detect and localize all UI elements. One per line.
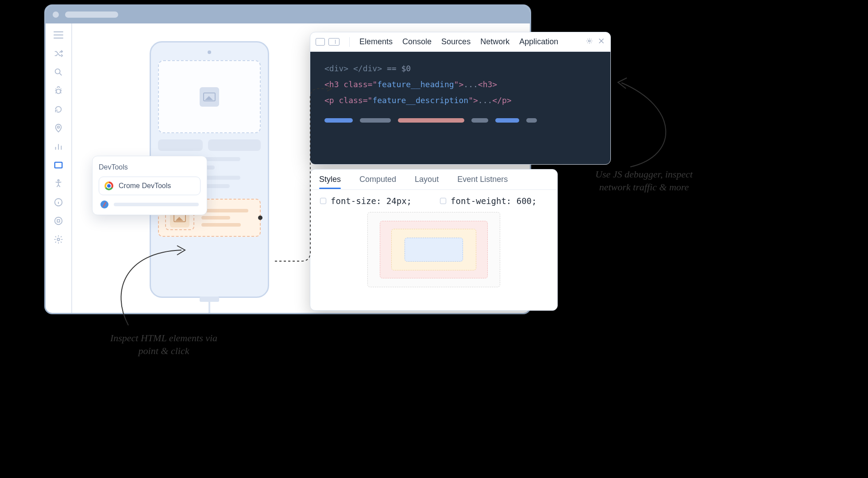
svg-point-6 [55, 217, 62, 225]
tab-computed[interactable]: Computed [359, 170, 396, 189]
tab-application[interactable]: Application [519, 37, 558, 46]
browser-titlebar [46, 6, 530, 23]
text-placeholder [114, 203, 199, 206]
accessibility-icon[interactable] [53, 178, 64, 189]
devtools-popover: DevTools Crome DevTools [92, 156, 207, 215]
gear-icon[interactable] [586, 37, 593, 47]
popover-item-chrome-devtools[interactable]: Crome DevTools [99, 177, 201, 195]
popover-item-label: Crome DevTools [119, 182, 171, 190]
device-toggle-icon[interactable] [328, 38, 339, 46]
inspect-element-icon[interactable] [316, 38, 325, 46]
box-model-diagram [367, 212, 500, 287]
annotation-inspect: Inspect HTML elements via point & click [106, 332, 221, 357]
tab-event-listeners[interactable]: Event Listners [457, 170, 508, 189]
popover-title: DevTools [99, 163, 201, 171]
info-icon[interactable] [53, 197, 64, 208]
svg-point-0 [55, 69, 60, 74]
annotation-arrow [604, 76, 692, 169]
checkbox-icon[interactable] [320, 198, 326, 204]
address-bar-placeholder [65, 12, 118, 18]
refresh-icon[interactable] [53, 104, 64, 115]
button-placeholder [208, 139, 261, 151]
code-preview-pills [324, 118, 596, 123]
style-prop-font-weight[interactable]: font-weight: 600; [440, 196, 536, 206]
tab-layout[interactable]: Layout [415, 170, 439, 189]
style-properties: font-size: 24px; font-weight: 600; [310, 190, 557, 208]
analytics-icon[interactable] [53, 141, 64, 152]
chrome-icon [104, 181, 113, 190]
elements-source-code[interactable]: <div> </div> == $0 <h3 class="feature__h… [310, 52, 610, 164]
svg-rect-1 [56, 89, 60, 93]
record-icon[interactable] [53, 216, 64, 226]
inspector-anchor-icon [258, 216, 262, 220]
close-icon[interactable] [598, 37, 605, 47]
tab-elements[interactable]: Elements [359, 37, 393, 46]
tab-network[interactable]: Network [480, 37, 509, 46]
devtools-panel-icon[interactable] [53, 160, 64, 170]
window-control-dot [53, 12, 59, 18]
shuffle-icon[interactable] [53, 48, 64, 59]
svg-rect-7 [57, 220, 60, 222]
style-prop-font-size[interactable]: font-size: 24px; [320, 196, 412, 206]
box-model-content [405, 238, 463, 262]
button-placeholder [158, 139, 203, 151]
button-row [158, 139, 261, 151]
styles-tabbar: Styles Computed Layout Event Listners [310, 170, 557, 190]
card-text-placeholder [201, 209, 254, 227]
popover-item-safari[interactable] [99, 195, 201, 208]
devtools-panel: Elements Console Sources Network Applica… [310, 32, 611, 165]
annotation-debugger: Use JS debugger, inspect network traffic… [586, 168, 702, 193]
image-icon [200, 87, 219, 107]
devtools-tabbar: Elements Console Sources Network Applica… [310, 32, 610, 52]
menu-icon[interactable] [53, 30, 64, 40]
svg-point-8 [57, 238, 60, 241]
svg-point-2 [58, 126, 60, 128]
bug-icon[interactable] [53, 85, 64, 96]
usb-cable-icon [199, 297, 220, 314]
left-sidebar [46, 23, 72, 313]
search-icon[interactable] [53, 67, 64, 77]
svg-point-4 [58, 180, 59, 181]
svg-rect-3 [55, 162, 62, 168]
tab-console[interactable]: Console [402, 37, 432, 46]
tab-styles[interactable]: Styles [319, 170, 341, 189]
gear-icon[interactable] [53, 234, 64, 245]
checkbox-icon[interactable] [440, 198, 446, 204]
phone-camera-dot [208, 50, 211, 54]
hero-image-placeholder [158, 60, 261, 133]
safari-icon [100, 200, 108, 208]
tab-sources[interactable]: Sources [441, 37, 471, 46]
styles-panel: Styles Computed Layout Event Listners fo… [310, 169, 558, 311]
svg-point-9 [588, 40, 590, 42]
location-pin-icon[interactable] [53, 123, 64, 133]
separator [349, 37, 350, 47]
